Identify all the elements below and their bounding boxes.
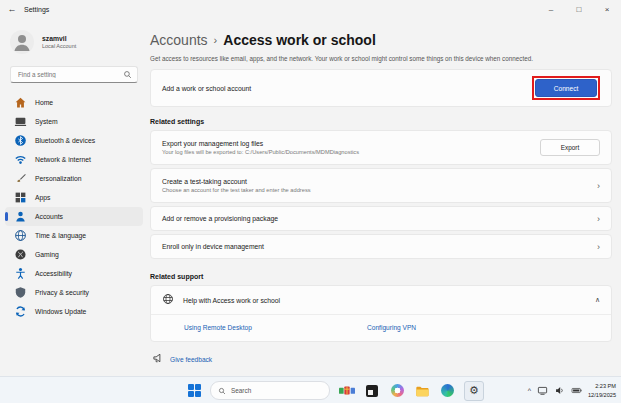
account-type: Local Account [42,43,76,49]
test-taking-account-row[interactable]: Create a test-taking account Choose an a… [150,168,612,203]
window-title: Settings [24,6,49,13]
maximize-button[interactable]: □ [565,0,593,18]
volume-icon[interactable] [554,385,565,396]
export-button[interactable]: Export [540,139,600,156]
avatar [10,30,34,54]
titlebar: ← Settings – □ × [0,0,621,18]
close-button[interactable]: × [593,0,621,18]
provisioning-package-row[interactable]: Add or remove a provisioning package › [150,206,612,231]
chevron-right-icon: › [597,181,600,191]
sidebar-item-label: System [35,118,58,125]
give-feedback[interactable]: Give feedback [150,350,612,368]
help-card: Help with Access work or school ∧ Using … [150,285,612,342]
chevron-right-icon: › [597,214,600,224]
add-account-label: Add a work or school account [162,85,251,92]
wifi-icon [14,153,27,166]
search-icon [218,387,226,395]
page-description: Get access to resources like email, apps… [150,55,612,62]
device-management-row[interactable]: Enroll only in device management › [150,234,612,259]
tray-chevron-icon[interactable]: ^ [528,387,531,394]
clock-date: 12/19/2025 [588,391,616,399]
minimize-button[interactable]: – [537,0,565,18]
edge-icon[interactable] [439,383,455,399]
sidebar-item-home[interactable]: Home [5,93,143,112]
bluetooth-icon [14,134,27,147]
taskbar-search[interactable]: Search [210,381,330,400]
help-links: Using Remote Desktop Configuring VPN [151,314,611,341]
help-expander[interactable]: Help with Access work or school ∧ [151,286,611,314]
sidebar-item-label: Apps [35,194,51,201]
taskbar-search-label: Search [231,387,251,394]
connect-button[interactable]: Connect [535,79,597,97]
chevron-up-icon: ∧ [595,296,600,304]
gear-icon: ⚙ [469,385,479,396]
accounts-icon [14,210,27,223]
chevron-right-icon: › [597,242,600,252]
sidebar-item-bluetooth[interactable]: Bluetooth & devices [5,131,143,150]
row-title: Export your management log files [162,140,359,147]
window-controls: – □ × [537,0,621,18]
sidebar-item-label: Accounts [35,213,63,220]
active-indicator [5,212,8,221]
annotation-highlight: Connect [532,76,600,100]
update-arrows-icon [14,305,27,318]
settings-search [10,66,138,83]
dark-app-icon[interactable] [364,383,380,399]
sidebar-nav: Home System Bluetooth & devices Network … [0,93,148,321]
sidebar-item-gaming[interactable]: Gaming [5,245,143,264]
copilot-icon[interactable] [389,383,405,399]
xbox-icon [14,248,27,261]
related-settings-title: Related settings [150,118,612,125]
sidebar-item-time-language[interactable]: Time & language [5,226,143,245]
row-subtitle: Choose an account for the test taker and… [162,187,311,193]
sidebar: szamvil Local Account Home System [0,18,148,376]
search-input[interactable] [16,70,123,79]
related-settings-list: Export your management log files Your lo… [150,130,612,259]
brush-icon [14,172,27,185]
page-title: Access work or school [223,32,376,48]
network-icon[interactable] [537,385,548,396]
widgets-icon[interactable] [339,383,355,399]
row-title: Create a test-taking account [162,178,311,185]
feedback-icon [152,350,164,368]
sidebar-item-windows-update[interactable]: Windows Update [5,302,143,321]
start-button[interactable] [188,384,201,397]
sidebar-item-label: Windows Update [35,308,86,315]
sidebar-item-label: Personalization [35,175,81,182]
help-label: Help with Access work or school [183,297,280,304]
main-content: Accounts › Access work or school Get acc… [148,18,621,376]
file-explorer-icon[interactable] [414,383,430,399]
battery-icon[interactable] [571,385,582,396]
system-icon [14,115,27,128]
sidebar-item-personalization[interactable]: Personalization [5,169,143,188]
sidebar-item-label: Gaming [35,251,59,258]
taskbar: Search ⚙ ^ 2:23 PM 12/19/2025 [0,376,621,403]
sidebar-item-apps[interactable]: Apps [5,188,143,207]
row-subtitle: Your log files will be exported to: C:/U… [162,149,359,155]
remote-desktop-link[interactable]: Using Remote Desktop [184,324,252,331]
globe-clock-icon [14,229,27,242]
sidebar-item-label: Privacy & security [35,289,89,296]
clock-time: 2:23 PM [588,382,616,390]
user-profile: szamvil Local Account [0,26,148,64]
back-icon[interactable]: ← [0,4,24,14]
row-title: Add or remove a provisioning package [162,215,278,222]
clock[interactable]: 2:23 PM 12/19/2025 [588,382,616,399]
breadcrumb: Accounts › Access work or school [150,30,612,50]
settings-window: ← Settings – □ × szamvil Local Account [0,0,621,376]
configuring-vpn-link[interactable]: Configuring VPN [367,324,416,331]
accessibility-person-icon [14,267,27,280]
breadcrumb-separator-icon: › [214,34,218,46]
sidebar-item-accessibility[interactable]: Accessibility [5,264,143,283]
sidebar-item-label: Time & language [35,232,86,239]
settings-taskbar-icon[interactable]: ⚙ [464,381,484,401]
home-icon [14,96,27,109]
sidebar-item-network[interactable]: Network & internet [5,150,143,169]
breadcrumb-accounts[interactable]: Accounts [150,32,208,48]
sidebar-item-privacy[interactable]: Privacy & security [5,283,143,302]
sidebar-item-system[interactable]: System [5,112,143,131]
give-feedback-label: Give feedback [170,356,212,363]
sidebar-item-label: Bluetooth & devices [35,137,95,144]
sidebar-item-label: Network & internet [35,156,91,163]
sidebar-item-accounts[interactable]: Accounts [5,207,143,226]
